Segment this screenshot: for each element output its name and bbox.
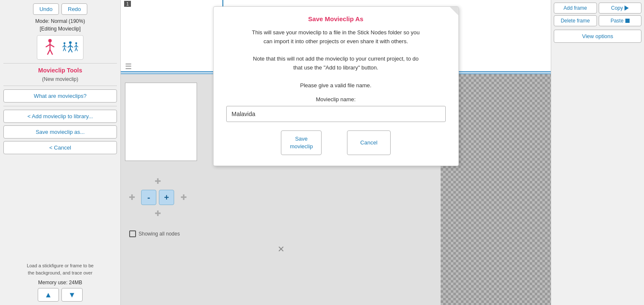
figure-icons-container (37, 35, 83, 60)
movieclip-name-input[interactable] (226, 106, 446, 122)
save-movieclip-button[interactable]: Save movieclip (281, 130, 322, 155)
mode-info: Mode: Normal (190%) [Editing Movieclip] (35, 17, 85, 33)
svg-point-6 (64, 42, 66, 44)
view-options-button[interactable]: View options (554, 30, 641, 43)
divider-1 (3, 63, 117, 64)
cancel-button[interactable]: < Cancel (3, 141, 117, 154)
svg-line-5 (50, 50, 53, 55)
stop-icon (625, 19, 630, 23)
new-movieclip-subtitle: (New movieclip) (42, 76, 78, 82)
main-canvas-area: 1 ☰ ✚ ✚ - + ✚ ✚ Showing all nodes ✕ (121, 0, 551, 305)
svg-line-23 (76, 48, 78, 51)
dialog-body: This will save your movieclip to a file … (226, 28, 446, 90)
movieclip-name-label: Movieclip name: (226, 96, 446, 103)
delete-paste-row: Delete frame Paste (554, 15, 641, 26)
background-hint: Load a stickfigure or frame to bethe bac… (3, 262, 117, 277)
svg-point-18 (75, 42, 78, 44)
divider-3 (3, 106, 117, 106)
svg-point-12 (69, 41, 72, 44)
dialog-corner (450, 7, 458, 15)
svg-line-4 (47, 50, 50, 55)
what-are-movieclips-button[interactable]: What are movieclips? (3, 89, 117, 103)
dialog-buttons: Save movieclip Cancel (226, 130, 446, 155)
arrow-down-button[interactable]: ▼ (61, 288, 83, 302)
add-frame-button[interactable]: Add frame (554, 3, 597, 14)
movieclip-tools-title: Movieclip Tools (38, 67, 82, 74)
svg-line-17 (70, 49, 72, 52)
undo-button[interactable]: Undo (33, 3, 59, 15)
copy-button[interactable]: Copy (599, 3, 642, 14)
dialog-overlay: Save Movieclip As This will save your mo… (121, 0, 551, 305)
multi-figure-icon[interactable] (62, 38, 79, 57)
add-to-library-button[interactable]: < Add movieclip to library... (3, 110, 117, 123)
svg-line-22 (75, 48, 76, 51)
arrow-buttons-row: ▲ ▼ (38, 288, 83, 302)
svg-line-11 (64, 48, 66, 51)
divider-2 (3, 86, 117, 86)
right-sidebar: Add frame Copy Delete frame Paste View o… (551, 0, 644, 305)
memory-info: Memory use: 24MB (38, 280, 82, 286)
left-sidebar: Undo Redo Mode: Normal (190%) [Editing M… (0, 0, 121, 305)
cancel-dialog-button[interactable]: Cancel (347, 130, 390, 155)
single-figure-icon[interactable] (42, 38, 58, 57)
svg-line-2 (46, 44, 50, 47)
svg-line-3 (50, 44, 54, 47)
save-movieclip-dialog: Save Movieclip As This will save your mo… (213, 6, 459, 166)
play-icon (625, 6, 629, 11)
svg-line-10 (63, 48, 64, 51)
arrow-up-button[interactable]: ▲ (38, 288, 59, 302)
add-copy-row: Add frame Copy (554, 3, 641, 14)
svg-line-16 (68, 49, 70, 52)
bottom-info: Load a stickfigure or frame to bethe bac… (3, 262, 117, 277)
dialog-title: Save Movieclip As (226, 15, 446, 22)
save-movieclip-as-button[interactable]: Save movieclip as... (3, 125, 117, 139)
redo-button[interactable]: Redo (61, 3, 87, 15)
paste-button[interactable]: Paste (599, 15, 642, 26)
undo-redo-row: Undo Redo (3, 3, 117, 15)
svg-point-0 (48, 39, 52, 42)
delete-frame-button[interactable]: Delete frame (554, 15, 597, 26)
